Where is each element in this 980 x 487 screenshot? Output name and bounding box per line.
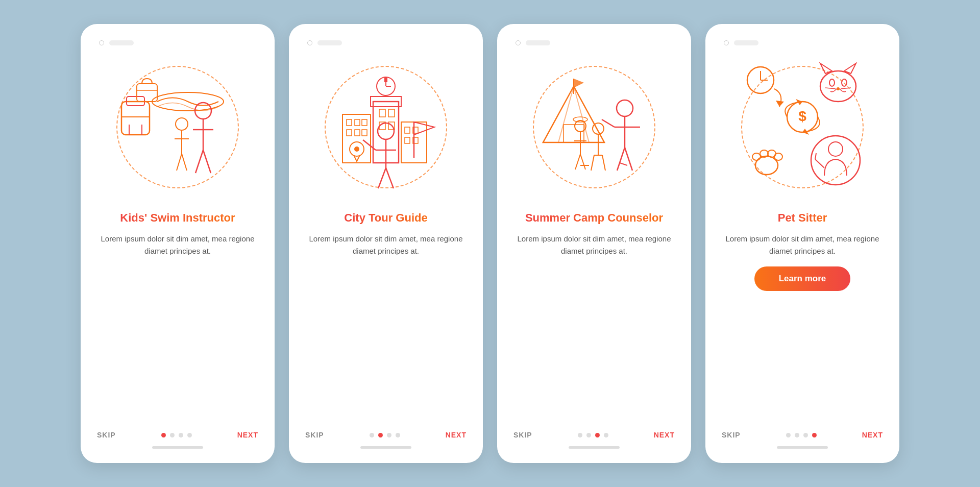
svg-point-88 (755, 156, 778, 175)
top-dot-2 (307, 40, 312, 45)
next-button-1[interactable]: NEXT (237, 431, 258, 439)
svg-line-96 (815, 153, 816, 159)
svg-line-58 (617, 148, 625, 171)
progress-dots-3 (578, 433, 608, 437)
card-swim-instructor: Kids' Swim Instructor Lorem ipsum dolor … (81, 24, 275, 463)
next-button-4[interactable]: NEXT (862, 431, 883, 439)
svg-line-14 (177, 154, 182, 171)
dot-2-4 (396, 433, 400, 437)
dot-1-1 (161, 433, 166, 437)
skip-button-1[interactable]: SKIP (97, 431, 116, 439)
svg-marker-77 (820, 63, 832, 74)
svg-rect-25 (388, 109, 395, 117)
svg-rect-24 (379, 109, 385, 117)
svg-rect-33 (355, 130, 360, 136)
top-line (109, 40, 134, 45)
city-svg (314, 56, 457, 199)
card-3-desc: Lorem ipsum dolor sit dim amet, mea regi… (511, 233, 677, 257)
swim-svg (106, 56, 249, 199)
card-1-desc: Lorem ipsum dolor sit dim amet, mea regi… (95, 233, 260, 257)
illustration-pet: $ (731, 56, 874, 199)
card-2-footer: SKIP NEXT (303, 431, 469, 439)
svg-point-79 (829, 79, 835, 86)
illustration-camp (523, 56, 666, 199)
card-3-title: Summer Camp Counselor (525, 211, 663, 226)
dot-3-3 (595, 433, 600, 437)
card-4-footer: SKIP NEXT (720, 431, 885, 439)
card-4-title: Pet Sitter (778, 211, 827, 226)
svg-rect-31 (362, 119, 367, 126)
svg-line-64 (575, 154, 580, 169)
svg-point-11 (176, 118, 188, 130)
skip-button-3[interactable]: SKIP (513, 431, 532, 439)
top-dot-3 (516, 40, 521, 45)
card-2-desc: Lorem ipsum dolor sit dim amet, mea regi… (303, 233, 469, 257)
svg-point-47 (354, 147, 359, 152)
cards-container: Kids' Swim Instructor Lorem ipsum dolor … (81, 24, 899, 463)
card-top-indicator-3 (511, 40, 550, 45)
top-line-4 (734, 40, 758, 45)
dot-1-2 (170, 433, 175, 437)
skip-button-4[interactable]: SKIP (722, 431, 741, 439)
svg-line-9 (195, 150, 203, 173)
camp-svg (523, 56, 666, 199)
next-button-3[interactable]: NEXT (654, 431, 675, 439)
svg-point-81 (837, 87, 840, 90)
learn-more-button[interactable]: Learn more (754, 266, 851, 291)
svg-line-95 (815, 159, 824, 168)
svg-line-15 (182, 154, 187, 171)
card-top-indicator-4 (720, 40, 758, 45)
dot-4-3 (803, 433, 808, 437)
svg-rect-38 (405, 137, 410, 143)
card-1-footer: SKIP NEXT (95, 431, 260, 439)
svg-point-55 (617, 100, 633, 116)
svg-marker-50 (543, 86, 604, 142)
top-line-2 (317, 40, 342, 45)
dot-4-4 (812, 433, 817, 437)
svg-point-94 (828, 142, 843, 156)
svg-text:$: $ (798, 108, 806, 124)
svg-line-82 (825, 88, 836, 89)
illustration-city (314, 56, 457, 199)
svg-line-43 (378, 168, 386, 188)
dot-3-4 (604, 433, 608, 437)
svg-rect-34 (362, 130, 367, 136)
illustration-swim (106, 56, 249, 199)
progress-dots-2 (370, 433, 400, 437)
svg-point-93 (811, 136, 860, 185)
svg-rect-30 (355, 119, 360, 126)
svg-line-83 (841, 88, 851, 89)
bottom-bar-3 (569, 446, 620, 449)
svg-marker-75 (776, 101, 784, 107)
svg-rect-32 (347, 130, 352, 136)
svg-line-65 (580, 154, 585, 169)
card-3-footer: SKIP NEXT (511, 431, 677, 439)
bottom-bar-2 (360, 446, 411, 449)
dot-2-2 (378, 433, 383, 437)
dot-1-3 (179, 433, 183, 437)
dot-2-1 (370, 433, 374, 437)
svg-line-70 (620, 163, 627, 165)
svg-point-76 (820, 71, 856, 102)
top-line-3 (526, 40, 550, 45)
dot-4-1 (786, 433, 791, 437)
card-pet-sitter: $ (705, 24, 899, 463)
dot-3-2 (586, 433, 591, 437)
pet-svg: $ (731, 56, 874, 199)
svg-marker-51 (558, 86, 589, 142)
card-top-indicator-2 (303, 40, 342, 45)
bottom-bar-4 (777, 446, 828, 449)
dot-2-3 (387, 433, 391, 437)
svg-marker-78 (844, 63, 856, 74)
svg-point-40 (378, 123, 394, 139)
card-summer-camp: Summer Camp Counselor Lorem ipsum dolor … (497, 24, 691, 463)
svg-point-67 (593, 123, 604, 134)
top-dot (99, 40, 104, 45)
svg-point-89 (752, 153, 761, 160)
svg-rect-0 (121, 102, 150, 135)
skip-button-2[interactable]: SKIP (305, 431, 324, 439)
card-city-tour: City Tour Guide Lorem ipsum dolor sit di… (289, 24, 483, 463)
svg-rect-29 (347, 119, 352, 126)
svg-point-92 (774, 153, 782, 160)
next-button-2[interactable]: NEXT (446, 431, 467, 439)
